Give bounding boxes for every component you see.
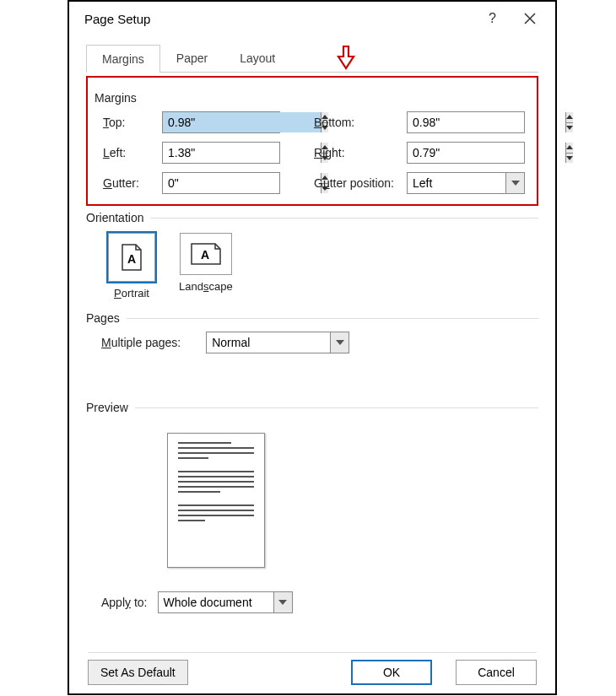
- orientation-landscape[interactable]: A Landscape: [179, 233, 233, 293]
- gutter-position-dropdown-button[interactable]: [505, 173, 524, 193]
- orientation-section-label: Orientation: [86, 211, 143, 224]
- gutter-position-value: Left: [408, 176, 505, 190]
- tab-margins[interactable]: Margins: [86, 45, 160, 73]
- cancel-button[interactable]: Cancel: [456, 660, 537, 685]
- portrait-label: Portrait: [114, 287, 149, 299]
- bottom-margin-input[interactable]: [408, 112, 565, 132]
- portrait-icon: A: [108, 233, 155, 282]
- ok-label: OK: [383, 666, 400, 679]
- bottom-margin-label: Bottom:: [314, 116, 407, 129]
- gutter-input[interactable]: [163, 173, 321, 193]
- top-margin-label: TTop:op:: [103, 116, 162, 129]
- svg-text:A: A: [201, 248, 209, 262]
- bottom-margin-up[interactable]: [566, 112, 573, 123]
- top-margin-spinner[interactable]: [162, 111, 280, 133]
- preview-page-icon: [167, 433, 265, 568]
- apply-to-value: Whole document: [159, 596, 273, 609]
- multiple-pages-dropdown[interactable]: Normal: [206, 332, 349, 353]
- gutter-position-label: Gutter position:: [314, 176, 407, 190]
- left-margin-spinner[interactable]: [162, 142, 280, 164]
- multiple-pages-value: Normal: [207, 336, 330, 349]
- annotation-arrow-icon: [336, 45, 356, 72]
- left-margin-label: Left:: [103, 146, 162, 159]
- set-as-default-label: Set As Default: [100, 666, 176, 679]
- preview-section-label: Preview: [86, 401, 128, 414]
- dialog-title: Page Setup: [84, 12, 150, 26]
- multiple-pages-label: Multiple pages:: [101, 336, 181, 349]
- gutter-position-dropdown[interactable]: Left: [407, 172, 525, 194]
- page-setup-dialog: Page Setup ? Margins Paper Layout Margin…: [68, 0, 557, 695]
- tab-bar: Margins Paper Layout: [86, 44, 538, 73]
- bottom-margin-down[interactable]: [566, 123, 573, 133]
- titlebar: Page Setup ?: [69, 2, 555, 35]
- right-margin-down[interactable]: [566, 154, 573, 164]
- apply-to-dropdown[interactable]: Whole document: [158, 591, 293, 613]
- margins-section-highlight: Margins TTop:op: Bottom:: [86, 76, 538, 206]
- ok-button[interactable]: OK: [351, 660, 432, 685]
- pages-section-label: Pages: [86, 311, 120, 325]
- right-margin-spinner[interactable]: [407, 142, 525, 164]
- left-margin-input[interactable]: [163, 143, 321, 163]
- landscape-icon: A: [180, 233, 232, 275]
- multiple-pages-dropdown-button[interactable]: [330, 332, 349, 353]
- svg-text:A: A: [127, 252, 136, 266]
- tab-paper-label: Paper: [176, 51, 208, 65]
- gutter-spinner[interactable]: [162, 172, 280, 194]
- right-margin-up[interactable]: [566, 143, 573, 154]
- apply-to-dropdown-button[interactable]: [273, 592, 292, 612]
- margins-section-label: Margins: [95, 91, 137, 105]
- close-button[interactable]: [516, 8, 543, 29]
- tab-layout[interactable]: Layout: [224, 44, 291, 72]
- bottom-margin-spinner[interactable]: [407, 111, 525, 133]
- right-margin-label: Right:: [314, 146, 407, 159]
- gutter-label: Gutter:: [103, 176, 162, 190]
- right-margin-input[interactable]: [408, 143, 565, 163]
- tab-layout-label: Layout: [240, 51, 275, 65]
- cancel-label: Cancel: [478, 666, 515, 679]
- top-margin-input[interactable]: [163, 112, 321, 132]
- orientation-portrait[interactable]: A Portrait: [108, 233, 155, 299]
- tab-margins-label: Margins: [102, 52, 144, 66]
- landscape-label: Landscape: [179, 280, 233, 293]
- tab-paper[interactable]: Paper: [160, 44, 224, 72]
- help-button[interactable]: ?: [489, 11, 496, 26]
- set-as-default-button[interactable]: Set As Default: [88, 660, 188, 685]
- apply-to-label: Apply to:: [101, 596, 148, 609]
